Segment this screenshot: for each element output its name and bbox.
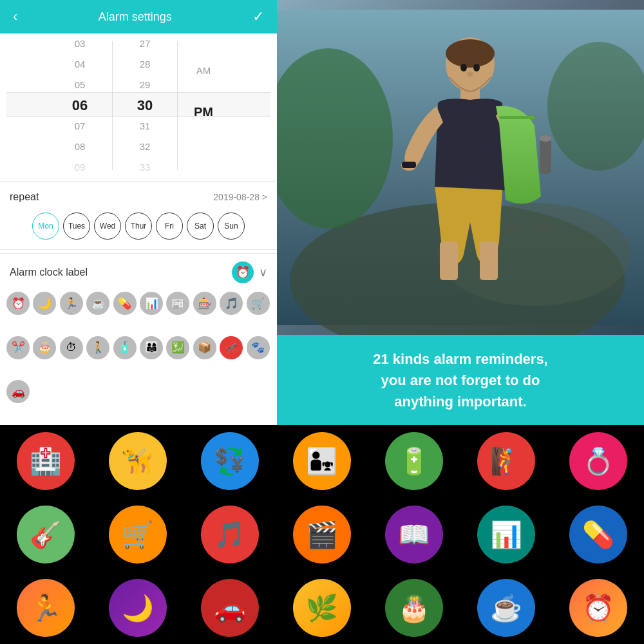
bottom-icon-car[interactable]: 🚗	[201, 579, 259, 637]
bottom-icon-alarm[interactable]: ⏰	[569, 579, 627, 637]
alarm-label-text: Alarm clock label	[10, 267, 88, 278]
svg-rect-13	[499, 116, 535, 119]
small-icon-moon[interactable]: 🌙	[33, 292, 56, 315]
bottom-cell-18[interactable]: 🌿	[276, 572, 367, 644]
label-icons: ⏰ ∨	[232, 261, 267, 283]
bottom-cell-4[interactable]: 👨‍👧	[276, 425, 367, 497]
day-sun[interactable]: Sun	[218, 213, 245, 240]
bottom-cell-16[interactable]: 🌙	[92, 572, 183, 644]
bottom-cell-7[interactable]: 💍	[553, 425, 644, 497]
bottom-cell-3[interactable]: 💱	[184, 425, 275, 497]
bottom-icon-film[interactable]: 🎬	[293, 506, 351, 564]
clock-badge[interactable]: ⏰	[232, 261, 254, 283]
teal-banner: 21 kinds alarm reminders,you are not for…	[277, 335, 644, 425]
hour-05: 05	[75, 75, 86, 95]
top-section: ‹ Alarm settings ✓ 03 04 05 06 07 08 09	[0, 0, 644, 425]
bottom-cell-6[interactable]: 🧗	[461, 425, 552, 497]
svg-point-19	[473, 64, 480, 71]
bottom-cell-10[interactable]: 🎵	[184, 498, 275, 571]
bottom-cell-5[interactable]: 🔋	[369, 425, 460, 497]
small-icon-cake[interactable]: 🎂	[33, 336, 56, 359]
hour-03: 03	[75, 33, 86, 54]
bottom-cell-8[interactable]: 🎸	[0, 498, 91, 571]
day-fri[interactable]: Fri	[156, 213, 183, 240]
bottom-cell-12[interactable]: 📖	[369, 498, 460, 571]
small-icon-coffee[interactable]: ☕	[86, 292, 109, 315]
small-icon-yen[interactable]: 💹	[166, 336, 189, 359]
bottom-icon-family[interactable]: 👨‍👧	[293, 432, 351, 490]
bottom-icon-pet[interactable]: 🦮	[109, 432, 167, 490]
ampm-column[interactable]: AM PM	[178, 33, 229, 178]
svg-point-6	[446, 39, 495, 68]
bottom-icon-ring[interactable]: 💍	[569, 432, 627, 490]
svg-rect-11	[440, 242, 458, 280]
small-icon-walk[interactable]: 🚶	[86, 336, 109, 359]
minute-column[interactable]: 27 28 29 30 31 32 33	[113, 33, 177, 178]
bottom-cell-14[interactable]: 💊	[553, 498, 644, 571]
svg-point-20	[467, 71, 473, 77]
day-sat[interactable]: Sat	[187, 213, 214, 240]
photo-svg	[277, 0, 644, 335]
small-icon-dice[interactable]: 🎰	[193, 292, 216, 315]
min-29: 29	[140, 75, 151, 95]
day-wed[interactable]: Wed	[94, 213, 121, 240]
bottom-icon-pill[interactable]: 💊	[569, 506, 627, 564]
bottom-cell-9[interactable]: 🛒	[92, 498, 183, 571]
check-icon[interactable]: ✓	[252, 8, 264, 25]
repeat-row[interactable]: repeat 2019-08-28 >	[0, 185, 277, 209]
app-panel: ‹ Alarm settings ✓ 03 04 05 06 07 08 09	[0, 0, 277, 425]
small-icon-alarm[interactable]: ⏰	[6, 292, 30, 315]
hour-07: 07	[75, 116, 86, 137]
small-icon-bug[interactable]: 🦟	[220, 336, 243, 359]
small-icon-run[interactable]: 🏃	[60, 292, 83, 315]
day-pills: Mon Tues Wed Thur Fri Sat Sun	[0, 209, 277, 246]
bottom-cell-11[interactable]: 🎬	[276, 498, 367, 571]
bottom-icon-chart[interactable]: 📊	[477, 506, 535, 564]
bottom-cell-13[interactable]: 📊	[461, 498, 552, 571]
bottom-cell-19[interactable]: 🎂	[369, 572, 460, 644]
bottom-cell-2[interactable]: 🦮	[92, 425, 183, 497]
main-container: ‹ Alarm settings ✓ 03 04 05 06 07 08 09	[0, 0, 644, 644]
bottom-cell-1[interactable]: 🏥	[0, 425, 91, 497]
day-thur[interactable]: Thur	[125, 213, 152, 240]
hour-column[interactable]: 03 04 05 06 07 08 09	[48, 33, 112, 178]
bottom-cell-21[interactable]: ⏰	[553, 572, 644, 644]
bottom-icon-cart[interactable]: 🛒	[109, 506, 167, 564]
clock-badge-icon: ⏰	[236, 265, 250, 279]
small-icon-family[interactable]: 👨‍👩‍👧	[140, 336, 163, 359]
bottom-icon-book[interactable]: 📖	[385, 506, 443, 564]
small-icon-chart[interactable]: 📊	[140, 292, 163, 315]
back-icon[interactable]: ‹	[13, 8, 17, 25]
bottom-icon-currency[interactable]: 💱	[201, 432, 259, 490]
bottom-icon-cake[interactable]: 🎂	[385, 579, 443, 637]
small-icon-bottle[interactable]: 🧴	[113, 336, 137, 359]
bottom-icon-coffee[interactable]: ☕	[477, 579, 535, 637]
bottom-icon-music-bar[interactable]: 🎸	[17, 506, 75, 564]
small-icon-scissors[interactable]: ✂️	[6, 336, 30, 359]
small-icon-news[interactable]: 📰	[166, 292, 189, 315]
bottom-icon-medical[interactable]: 🏥	[17, 432, 75, 490]
small-icon-package[interactable]: 📦	[193, 336, 216, 359]
bottom-cell-15[interactable]: 🏃	[0, 572, 91, 644]
small-icon-pill[interactable]: 💊	[113, 292, 137, 315]
bottom-icon-hike[interactable]: 🧗	[477, 432, 535, 490]
small-icon-music[interactable]: 🎵	[220, 292, 243, 315]
right-panel: 21 kinds alarm reminders,you are not for…	[277, 0, 644, 425]
bottom-cell-17[interactable]: 🚗	[184, 572, 275, 644]
bottom-icon-music[interactable]: 🎵	[201, 506, 259, 564]
chevron-down-icon[interactable]: ∨	[259, 265, 267, 279]
min-31: 31	[140, 116, 151, 137]
small-icon-grid: ⏰ 🌙 🏃 ☕ 💊 📊 📰 🎰 🎵 🛒 ✂️ 🎂 ⏱ 🚶 🧴 👨‍👩‍👧 💹 📦	[0, 289, 277, 425]
small-icon-cart[interactable]: 🛒	[247, 292, 270, 315]
day-mon[interactable]: Mon	[32, 213, 59, 240]
small-icon-car[interactable]: 🚗	[6, 380, 30, 403]
divider-2	[0, 249, 277, 250]
bottom-icon-moon[interactable]: 🌙	[109, 579, 167, 637]
bottom-icon-leaf[interactable]: 🌿	[293, 579, 351, 637]
bottom-icon-run[interactable]: 🏃	[17, 579, 75, 637]
small-icon-paw[interactable]: 🐾	[247, 336, 270, 359]
bottom-cell-20[interactable]: ☕	[461, 572, 552, 644]
small-icon-timer[interactable]: ⏱	[60, 336, 83, 359]
day-tues[interactable]: Tues	[63, 213, 90, 240]
bottom-icon-battery[interactable]: 🔋	[385, 432, 443, 490]
